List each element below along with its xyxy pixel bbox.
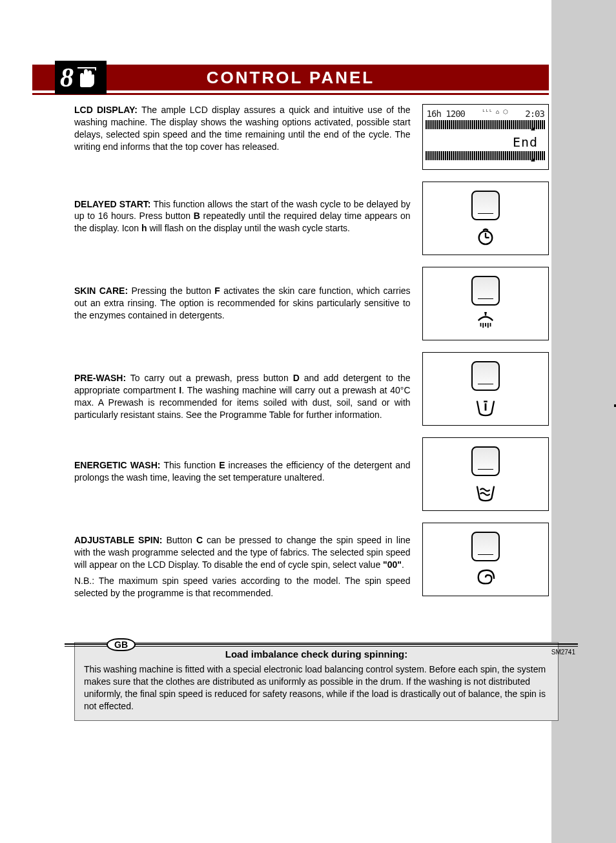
- page-number-badge: 8: [55, 61, 107, 94]
- lcd-left-text: 16h 1200: [427, 109, 465, 119]
- button-shape: [471, 532, 500, 561]
- delayed-start-section: DELAYED START: This function allows the …: [74, 198, 411, 235]
- load-imbalance-note: Load imbalance check during spinning: Th…: [74, 642, 559, 721]
- header-underline: [32, 93, 549, 95]
- spiral-icon: [473, 568, 498, 587]
- prewash-section: PRE-WASH: To carry out a prewash, press …: [74, 372, 411, 421]
- energetic-label: ENERGETIC WASH:: [74, 460, 160, 470]
- button-shape: [471, 446, 500, 476]
- prewash-button-panel: [422, 352, 549, 426]
- lcd-display-section: LCD DISPLAY: The ample LCD display assur…: [74, 104, 411, 153]
- lcd-label: LCD DISPLAY:: [74, 105, 138, 115]
- spin-nb: N.B.: The maximum spin speed varies acco…: [74, 575, 411, 599]
- energetic-button-panel: [422, 437, 549, 511]
- hand-icon: [76, 67, 97, 88]
- tub-waves-icon: [473, 483, 498, 502]
- section-header: 8 CONTROL PANEL: [32, 65, 549, 90]
- clock-icon: [473, 227, 498, 246]
- spin-label: ADJUSTABLE SPIN:: [74, 535, 162, 545]
- svg-point-4: [484, 312, 487, 314]
- shower-icon: [473, 312, 498, 331]
- note-body: This washing machine is fitted with a sp…: [84, 663, 549, 713]
- button-shape: [471, 191, 500, 220]
- lcd-end-text: End: [426, 134, 546, 150]
- note-title: Load imbalance check during spinning:: [84, 648, 549, 661]
- lcd-barcode-1: [426, 120, 546, 129]
- delayed-start-button-panel: [422, 182, 549, 255]
- header-title: CONTROL PANEL: [32, 68, 549, 88]
- spin-section: ADJUSTABLE SPIN: Button C can be pressed…: [74, 534, 411, 599]
- page-margin-sidebar: [551, 0, 616, 843]
- skin-label: SKIN CARE:: [74, 286, 128, 296]
- delayed-label: DELAYED START:: [74, 199, 151, 209]
- button-shape: [471, 276, 500, 306]
- energetic-section: ENERGETIC WASH: This function E increase…: [74, 459, 411, 484]
- lcd-right-text: 2:03: [525, 109, 544, 119]
- document-code: SM2741: [551, 649, 575, 656]
- skin-care-button-panel: [422, 267, 549, 340]
- lcd-display-illustration: 16h 1200 ᴸᴸᴸ ⌂ ⬡ 2:03 End: [422, 104, 549, 170]
- button-shape: [471, 361, 500, 391]
- prewash-label: PRE-WASH:: [74, 373, 126, 383]
- page-number: 8: [60, 62, 74, 93]
- page-footer: GB SM2741: [65, 643, 578, 647]
- spin-button-panel: [422, 523, 549, 596]
- lcd-barcode-2: [426, 151, 546, 160]
- tub-i-icon: [473, 397, 498, 417]
- skin-care-section: SKIN CARE: Pressing the button F activat…: [74, 285, 411, 322]
- country-badge: GB: [107, 638, 136, 651]
